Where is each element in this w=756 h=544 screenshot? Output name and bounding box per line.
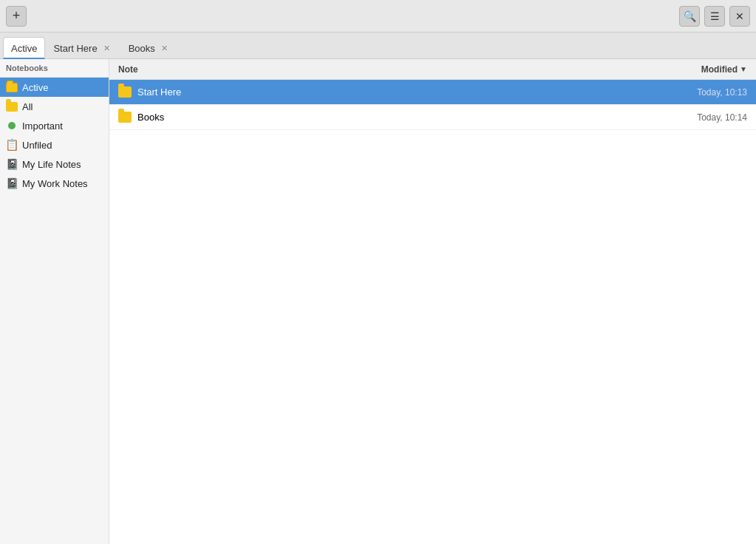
tab-start-here-close[interactable]: ✕ [102,43,112,53]
note-column-header: Note [118,64,701,75]
sidebar-item-my-work-notes-label: My Work Notes [22,178,88,189]
note-modified-books: Today, 10:14 [697,112,747,123]
tab-start-here[interactable]: Start Here ✕ [45,36,120,58]
menu-button[interactable]: ☰ [704,6,725,27]
note-row-start-here[interactable]: Start Here Today, 10:13 [109,80,756,105]
note-name-books: Books [137,112,691,123]
sidebar-item-unfiled-label: Unfiled [22,140,52,151]
note-list-header: Note Modified ▼ [109,59,756,80]
my-work-notes-icon: 📓 [6,177,18,189]
sidebar-item-my-life-notes[interactable]: 📓 My Life Notes [0,154,109,174]
close-icon: ✕ [735,10,744,22]
titlebar: + 🔍 ☰ ✕ [0,0,756,33]
sidebar-item-active-label: Active [22,82,48,93]
folder-icon-books [118,112,132,123]
sidebar-item-important[interactable]: Important [0,116,109,135]
sidebar-header: Notebooks [0,59,109,78]
search-button[interactable]: 🔍 [679,6,700,27]
notebook-all-icon [6,101,18,112]
sidebar-item-my-work-notes[interactable]: 📓 My Work Notes [0,174,109,193]
note-row-books[interactable]: Books Today, 10:14 [109,105,756,130]
sidebar-item-important-label: Important [22,120,63,132]
add-button[interactable]: + [6,6,27,27]
tab-books-close[interactable]: ✕ [160,43,170,53]
sidebar: Notebooks Active All Important 📋 Unfiled [0,59,109,544]
modified-column-header[interactable]: Modified ▼ [701,64,747,75]
note-name-start-here: Start Here [137,86,691,98]
modified-label: Modified [701,64,738,75]
notebook-active-icon [6,81,18,93]
close-button[interactable]: ✕ [729,6,750,27]
tabsbar: Active Start Here ✕ Books ✕ [0,33,756,59]
tab-books[interactable]: Books ✕ [120,36,178,58]
sidebar-item-active[interactable]: Active [0,78,109,97]
tab-start-here-label: Start Here [53,43,97,54]
main: Notebooks Active All Important 📋 Unfiled [0,59,756,544]
sort-arrow-icon: ▼ [740,65,747,73]
note-modified-start-here: Today, 10:13 [697,87,747,98]
sidebar-item-all[interactable]: All [0,97,109,116]
my-life-notes-icon: 📓 [6,158,18,170]
note-list-area: Note Modified ▼ Start Here Today, 10:13 … [109,59,756,544]
sidebar-item-all-label: All [22,101,33,112]
unfiled-icon: 📋 [6,139,18,151]
tab-active[interactable]: Active [3,37,45,59]
menu-icon: ☰ [710,10,720,22]
tab-active-label: Active [11,43,37,54]
sidebar-item-my-life-notes-label: My Life Notes [22,159,81,170]
sidebar-item-unfiled[interactable]: 📋 Unfiled [0,135,109,154]
important-icon [6,120,18,132]
search-icon: 🔍 [684,10,696,22]
tab-books-label: Books [129,43,155,54]
folder-icon-start-here [118,86,132,98]
